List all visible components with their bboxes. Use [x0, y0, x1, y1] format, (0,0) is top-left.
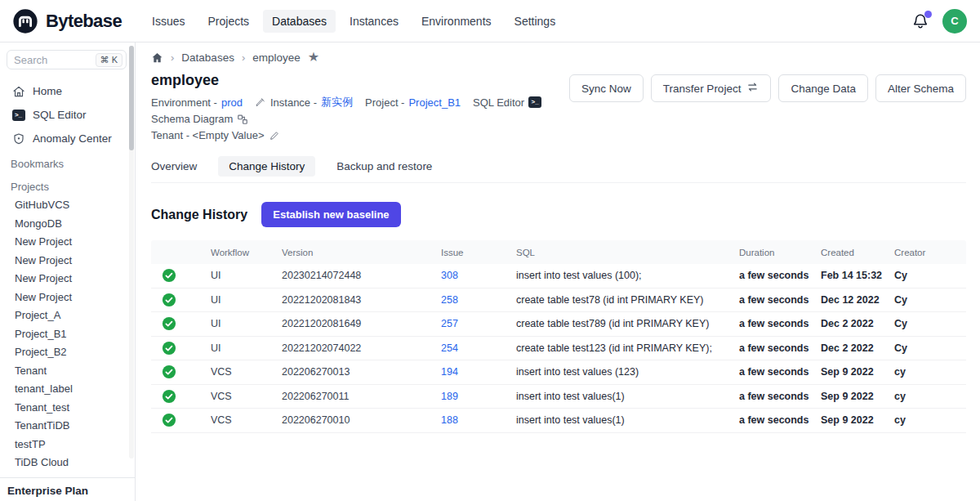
meta-label: Tenant - <Empty Value> [151, 129, 265, 141]
sidebar-project-tidb-cloud[interactable]: TiDB Cloud [0, 454, 135, 472]
sync-now-button[interactable]: Sync Now [569, 74, 644, 102]
header-creator: Creator [894, 248, 966, 257]
meta-link-[interactable]: 新实例 [321, 95, 353, 110]
breadcrumb-databases[interactable]: Databases [181, 51, 234, 64]
cell-created: Sep 9 2022 [821, 366, 894, 378]
cell-duration: a few seconds [739, 342, 821, 354]
change-data-button[interactable]: Change Data [778, 74, 868, 102]
projects-section-label: Projects [0, 173, 135, 196]
sidebar-project-project-a[interactable]: Project_A [0, 306, 135, 325]
cell-workflow: UI [211, 294, 282, 306]
cell-version: 20221202081649 [282, 318, 441, 329]
sidebar-project-tenant[interactable]: Tenant [0, 362, 135, 381]
terminal-icon: >_ [11, 108, 25, 122]
status-done [151, 365, 211, 379]
meta-schema-diagram[interactable]: Schema Diagram [151, 113, 248, 125]
plan-footer[interactable]: Enterprise Plan [0, 477, 135, 501]
meta-link-project-b1[interactable]: Project_B1 [408, 96, 461, 109]
sidebar-project-new-project[interactable]: New Project [0, 233, 135, 252]
schema-diagram-icon [237, 114, 248, 125]
sidebar-item-anomaly-center[interactable]: Anomaly Center [0, 127, 135, 150]
database-meta: Environment -prodInstance -新实例Project -P… [151, 95, 569, 141]
header-sql: SQL [516, 248, 739, 257]
sidebar-item-home[interactable]: Home [0, 79, 135, 103]
table-row[interactable]: VCS202206270010188insert into test value… [151, 409, 966, 433]
sidebar-project-tenanttidb[interactable]: TenantTiDB [0, 417, 135, 436]
nav-item-instances[interactable]: Instances [341, 10, 408, 33]
sidebar-project-githubvcs[interactable]: GitHubVCS [0, 196, 135, 215]
meta-link-prod[interactable]: prod [221, 96, 243, 109]
home-icon [11, 84, 25, 98]
cell-duration: a few seconds [739, 414, 821, 426]
sidebar-project-new-project[interactable]: New Project [0, 289, 135, 307]
cell-creator: Cy [894, 270, 966, 281]
breadcrumb: › Databases › employee ★ [151, 51, 966, 64]
sidebar-project-project-b2[interactable]: Project_B2 [0, 343, 135, 362]
tab-backup-and-restore[interactable]: Backup and restore [336, 156, 432, 177]
cell-duration: a few seconds [739, 318, 821, 329]
nav-item-projects[interactable]: Projects [199, 10, 259, 33]
transfer-project-button[interactable]: Transfer Project [651, 74, 772, 102]
plan-label: Enterprise Plan [7, 485, 88, 497]
cell-issue[interactable]: 257 [441, 318, 516, 329]
search-box[interactable]: ⌘ K [7, 50, 127, 69]
establish-baseline-button[interactable]: Establish new baseline [261, 202, 400, 227]
breadcrumb-employee[interactable]: employee [252, 51, 301, 64]
meta-label: Project - [365, 96, 404, 109]
nav-item-issues[interactable]: Issues [143, 10, 194, 33]
sidebar-item-sql-editor[interactable]: >_SQL Editor [0, 103, 135, 127]
nav-item-databases[interactable]: Databases [263, 10, 336, 33]
nav-item-environments[interactable]: Environments [412, 10, 501, 33]
sidebar-project-tenant-label[interactable]: tenant_label [0, 380, 135, 399]
header-duration: Duration [739, 248, 821, 257]
cell-issue[interactable]: 194 [441, 366, 516, 378]
cell-issue[interactable]: 188 [441, 414, 516, 426]
sidebar-project-mongodb[interactable]: MongoDB [0, 215, 135, 234]
search-input[interactable] [14, 54, 79, 66]
status-done [151, 341, 211, 356]
table-row[interactable]: VCS202206270011189insert into test value… [151, 385, 966, 409]
page-header-left: employee Environment -prodInstance -新实例P… [151, 64, 569, 145]
meta-tenant-empty-value[interactable]: Tenant - <Empty Value> [151, 129, 280, 141]
table-row[interactable]: UI20221202074022254create table test123 … [151, 337, 966, 361]
status-done [151, 316, 211, 331]
header-version: Version [282, 248, 441, 257]
cell-version: 20230214072448 [282, 270, 441, 281]
cell-duration: a few seconds [739, 270, 821, 281]
cell-issue[interactable]: 189 [441, 391, 516, 402]
cell-creator: Cy [894, 294, 966, 306]
status-done [151, 413, 211, 427]
tab-change-history[interactable]: Change History [218, 156, 315, 177]
table-row[interactable]: UI20221202081649257create table test789 … [151, 312, 966, 337]
tab-overview[interactable]: Overview [151, 156, 197, 177]
table-row[interactable]: UI20221202081843258create table test78 (… [151, 289, 966, 313]
meta-sql-editor[interactable]: SQL Editor>_ [473, 96, 541, 109]
sidebar-nav: Home>_SQL EditorAnomaly Center [0, 79, 135, 150]
cell-issue[interactable]: 258 [441, 294, 516, 306]
cell-issue[interactable]: 308 [441, 270, 516, 281]
table-row[interactable]: VCS202206270013194insert into test value… [151, 360, 966, 385]
breadcrumb-separator: › [171, 51, 174, 64]
user-avatar[interactable]: C [942, 9, 967, 34]
cell-sql: create table test789 (id int PRIMARY KEY… [516, 318, 739, 329]
nav-item-settings[interactable]: Settings [506, 10, 565, 33]
sidebar-project-new-project[interactable]: New Project [0, 270, 135, 289]
bytebase-logo[interactable]: Bytebase [11, 7, 122, 35]
cell-issue[interactable]: 254 [441, 342, 516, 354]
cell-created: Sep 9 2022 [821, 414, 894, 426]
status-done [151, 268, 211, 283]
cell-sql: create table test78 (id int PRIMARY KEY) [516, 294, 739, 306]
sidebar-project-tenant-test[interactable]: Tenant_test [0, 399, 135, 418]
favorite-star-icon[interactable]: ★ [308, 51, 319, 64]
sidebar-project-project-b1[interactable]: Project_B1 [0, 325, 135, 344]
sidebar-scrollbar-thumb[interactable] [129, 46, 134, 150]
sidebar-item-label: SQL Editor [33, 109, 87, 121]
cell-creator: cy [894, 391, 966, 402]
alter-schema-button[interactable]: Alter Schema [875, 74, 966, 102]
notifications-button[interactable] [911, 12, 929, 30]
table-row[interactable]: UI20230214072448308insert into test valu… [151, 264, 966, 289]
sidebar-project-new-project[interactable]: New Project [0, 252, 135, 271]
sidebar-project-testtp[interactable]: testTP [0, 436, 135, 454]
breadcrumb-home-icon[interactable] [151, 51, 163, 64]
cell-sql: insert into test values (100); [516, 270, 739, 281]
